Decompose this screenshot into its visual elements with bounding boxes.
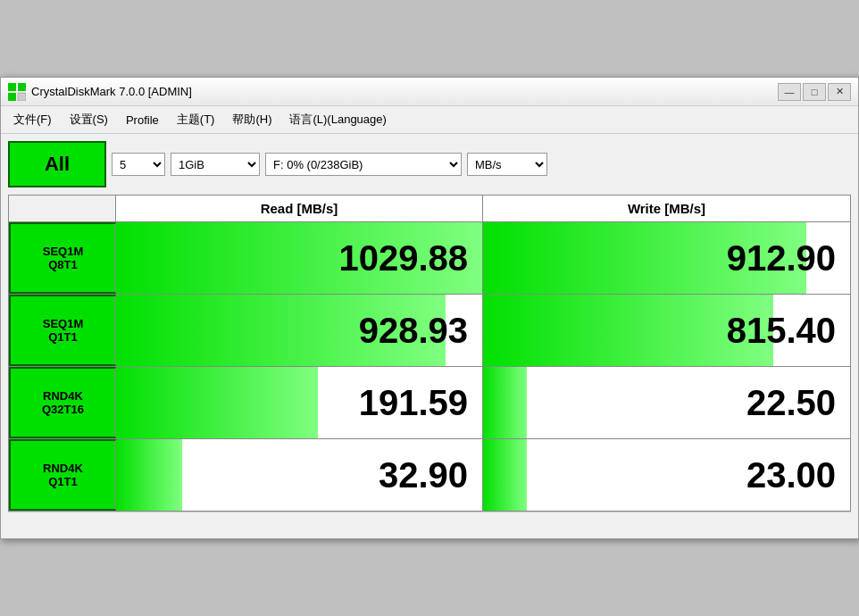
- svg-rect-3: [18, 93, 26, 101]
- read-bar-rnd4k-q1t1: [116, 439, 182, 511]
- row-label-seq1m-q1t1: SEQ1MQ1T1: [9, 295, 116, 366]
- read-value-rnd4k-q1t1: 32.90: [116, 439, 483, 511]
- status-bar: [8, 512, 851, 531]
- write-bar-rnd4k-q32t16: [483, 367, 527, 438]
- size-select[interactable]: 1GiB 512MiB 2GiB 4GiB: [171, 153, 260, 176]
- all-button[interactable]: All: [8, 141, 106, 187]
- benchmark-table: Read [MB/s] Write [MB/s] SEQ1MQ8T1 1029.…: [8, 195, 851, 512]
- close-button[interactable]: ✕: [828, 83, 851, 101]
- write-value-rnd4k-q32t16: 22.50: [483, 367, 850, 438]
- window-title: CrystalDiskMark 7.0.0 [ADMIN]: [31, 85, 192, 98]
- write-text-rnd4k-q1t1: 23.00: [746, 455, 836, 495]
- read-text-rnd4k-q1t1: 32.90: [379, 455, 468, 495]
- read-text-rnd4k-q32t16: 191.59: [359, 383, 468, 423]
- menu-bar: 文件(F) 设置(S) Profile 主题(T) 帮助(H) 语言(L)(La…: [1, 106, 858, 134]
- read-bar-rnd4k-q32t16: [116, 367, 318, 438]
- controls-row: All 5 1 3 9 1GiB 512MiB 2GiB 4GiB F: 0% …: [8, 141, 851, 187]
- main-content: All 5 1 3 9 1GiB 512MiB 2GiB 4GiB F: 0% …: [1, 134, 858, 538]
- title-bar: CrystalDiskMark 7.0.0 [ADMIN] — □ ✕: [1, 78, 858, 106]
- write-value-seq1m-q1t1: 815.40: [483, 295, 850, 366]
- menu-language[interactable]: 语言(L)(Language): [282, 109, 393, 130]
- table-row: SEQ1MQ8T1 1029.88 912.90: [9, 222, 850, 295]
- row-label-rnd4k-q1t1: RND4KQ1T1: [9, 439, 116, 511]
- menu-settings[interactable]: 设置(S): [63, 109, 115, 130]
- read-text-seq1m-q1t1: 928.93: [359, 311, 468, 351]
- write-header: Write [MB/s]: [483, 196, 850, 221]
- drive-select[interactable]: F: 0% (0/238GiB): [265, 153, 462, 176]
- title-bar-left: CrystalDiskMark 7.0.0 [ADMIN]: [8, 83, 192, 101]
- write-text-rnd4k-q32t16: 22.50: [746, 383, 836, 423]
- write-value-seq1m-q8t1: 912.90: [483, 222, 850, 294]
- table-row: RND4KQ32T16 191.59 22.50: [9, 367, 850, 439]
- read-value-rnd4k-q32t16: 191.59: [116, 367, 483, 438]
- header-spacer: [9, 196, 116, 221]
- menu-profile[interactable]: Profile: [119, 111, 166, 129]
- menu-file[interactable]: 文件(F): [6, 109, 59, 130]
- svg-rect-0: [8, 83, 16, 91]
- row-label-rnd4k-q32t16: RND4KQ32T16: [9, 367, 116, 438]
- read-value-seq1m-q8t1: 1029.88: [116, 222, 483, 294]
- menu-theme[interactable]: 主题(T): [170, 109, 222, 130]
- svg-rect-1: [18, 83, 26, 91]
- read-value-seq1m-q1t1: 928.93: [116, 295, 483, 366]
- read-header: Read [MB/s]: [116, 196, 483, 221]
- table-row: SEQ1MQ1T1 928.93 815.40: [9, 295, 850, 367]
- menu-help[interactable]: 帮助(H): [225, 109, 279, 130]
- minimize-button[interactable]: —: [778, 83, 801, 101]
- unit-select[interactable]: MB/s GB/s IOPS μs: [467, 153, 547, 176]
- row-label-seq1m-q8t1: SEQ1MQ8T1: [9, 222, 116, 294]
- write-text-seq1m-q8t1: 912.90: [727, 238, 836, 279]
- table-row: RND4KQ1T1 32.90 23.00: [9, 439, 850, 511]
- runs-select[interactable]: 5 1 3 9: [112, 153, 165, 176]
- maximize-button[interactable]: □: [803, 83, 826, 101]
- svg-rect-2: [8, 93, 16, 101]
- read-text-seq1m-q8t1: 1029.88: [338, 238, 468, 279]
- write-text-seq1m-q1t1: 815.40: [727, 311, 836, 351]
- write-value-rnd4k-q1t1: 23.00: [483, 439, 850, 511]
- write-bar-rnd4k-q1t1: [483, 439, 527, 511]
- crystaldiskmark-icon: [8, 83, 26, 101]
- table-header: Read [MB/s] Write [MB/s]: [9, 196, 850, 222]
- app-window: CrystalDiskMark 7.0.0 [ADMIN] — □ ✕ 文件(F…: [0, 77, 859, 539]
- title-bar-controls: — □ ✕: [778, 83, 851, 101]
